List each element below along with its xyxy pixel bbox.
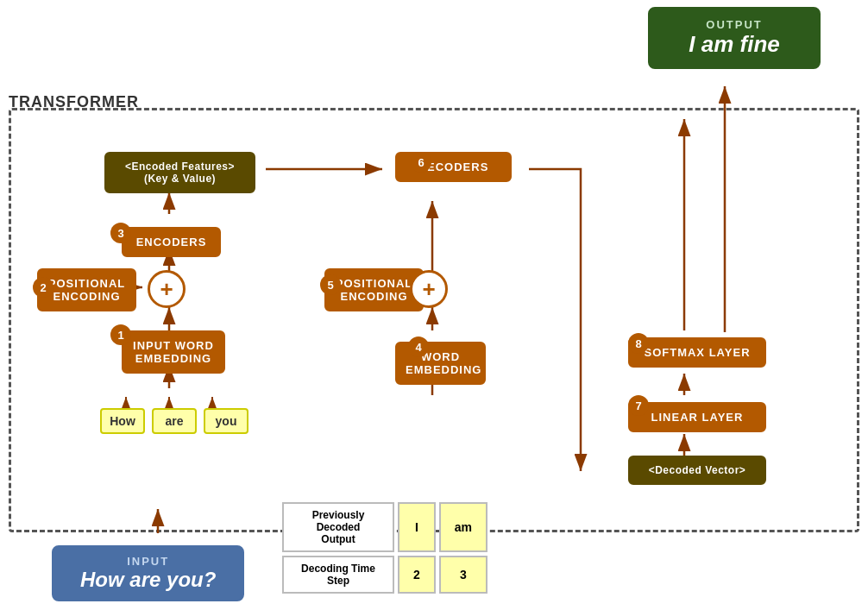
output-box: OUTPUT I am fine <box>648 7 821 69</box>
decoded-table-area: Previously DecodedOutput I am Decoding T… <box>279 499 491 597</box>
badge-5: 5 <box>320 274 341 295</box>
circle-plus-1: + <box>148 270 186 308</box>
input-text: How are you? <box>80 568 216 592</box>
word-you: you <box>204 408 248 434</box>
input-label: INPUT <box>80 555 216 568</box>
transformer-box: 1 INPUT WORD EMBEDDING 2 POSITIONALENCOD… <box>9 108 859 532</box>
badge-4: 4 <box>408 336 429 357</box>
linear-layer-box: LINEAR LAYER <box>628 402 766 432</box>
prev-decoded-label: Previously DecodedOutput <box>282 502 394 552</box>
output-label: OUTPUT <box>676 18 792 31</box>
time-step-3: 3 <box>439 556 487 594</box>
output-text: I am fine <box>676 31 792 58</box>
word-how: How <box>100 408 145 434</box>
badge-6: 6 <box>411 152 431 173</box>
badge-3: 3 <box>110 223 131 243</box>
softmax-layer-box: SOFTMAX LAYER <box>628 337 766 368</box>
time-step-2: 2 <box>398 556 436 594</box>
badge-1: 1 <box>110 324 131 345</box>
encoders-box: ENCODERS <box>122 227 221 257</box>
word-are: are <box>152 408 197 434</box>
input-word-embedding-box: INPUT WORD EMBEDDING <box>122 330 225 374</box>
main-container: OUTPUT I am fine TRANSFORMER <box>0 0 868 610</box>
badge-8: 8 <box>628 333 649 354</box>
decoded-val-I: I <box>398 502 436 552</box>
decoding-time-label: Decoding Time Step <box>282 556 394 594</box>
input-box: INPUT How are you? <box>52 545 244 601</box>
decoded-val-am: am <box>439 502 487 552</box>
circle-plus-2: + <box>410 270 448 308</box>
encoded-features-box: <Encoded Features>(Key & Value) <box>104 152 255 193</box>
badge-2: 2 <box>33 277 53 298</box>
decoded-vector-box: <Decoded Vector> <box>628 456 766 485</box>
badge-7: 7 <box>628 395 649 416</box>
